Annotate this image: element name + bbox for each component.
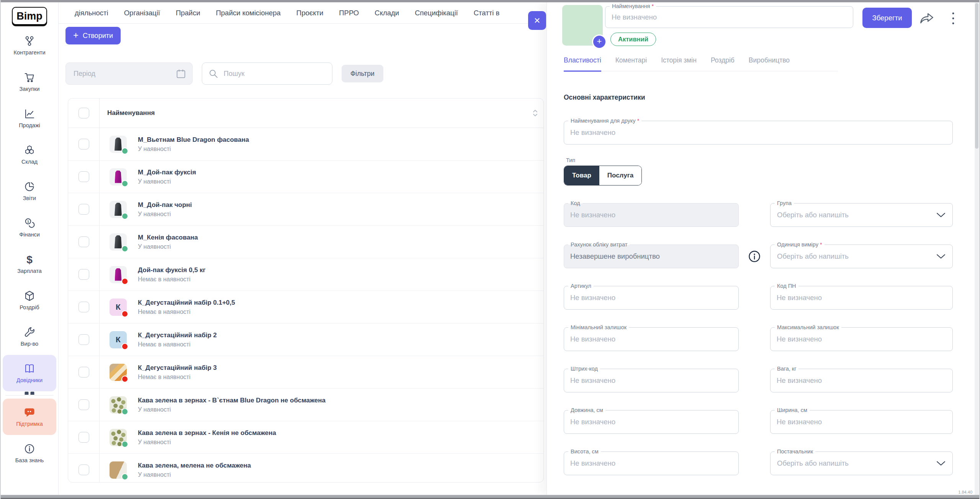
- text-field[interactable]: Максимальний залишок: [770, 327, 953, 351]
- print-name-input[interactable]: [564, 121, 952, 144]
- sidebar-item-pie[interactable]: Звіти: [3, 173, 56, 209]
- sidebar-item-cart[interactable]: Закупки: [3, 64, 56, 100]
- nav-tab-2[interactable]: Прайси: [176, 9, 200, 17]
- chevron-down-icon[interactable]: [936, 213, 946, 218]
- calendar-icon[interactable]: [176, 69, 186, 79]
- add-image-button[interactable]: +: [592, 34, 607, 49]
- field-input[interactable]: [564, 410, 738, 433]
- text-field[interactable]: Висота, см: [564, 451, 739, 475]
- product-name-input[interactable]: [605, 7, 853, 28]
- sidebar-item-chat[interactable]: Підтримка: [3, 399, 56, 435]
- row-content[interactable]: КК_Дегустаційний набір 2Немає в наявност…: [110, 323, 543, 356]
- row-checkbox[interactable]: [79, 465, 89, 475]
- table-row[interactable]: КК_Дегустаційний набір 0.1+0,5Немає в на…: [68, 291, 543, 323]
- field-input[interactable]: [771, 369, 952, 392]
- nav-tab-1[interactable]: Організації: [124, 9, 160, 17]
- row-checkbox[interactable]: [79, 334, 89, 345]
- period-input[interactable]: [73, 69, 176, 78]
- select-field[interactable]: Одиниця виміру *Оберіть або напишіть: [770, 245, 953, 268]
- table-row[interactable]: Кава зелена, мелена не обсмаженаУ наявно…: [68, 454, 543, 483]
- row-checkbox[interactable]: [79, 399, 89, 410]
- field-input[interactable]: [564, 328, 738, 351]
- sidebar-item-dollar[interactable]: $Зарплата: [3, 246, 56, 282]
- text-field[interactable]: Довжина, см: [564, 410, 739, 434]
- select-all-checkbox[interactable]: [79, 108, 89, 118]
- text-field[interactable]: Ширина, см: [770, 410, 953, 434]
- row-content[interactable]: Кава зелена, мелена не обсмаженаУ наявно…: [110, 454, 543, 483]
- text-field[interactable]: Штрих-код: [564, 369, 739, 392]
- row-content[interactable]: М_Дой-пак чорніУ наявності: [110, 193, 543, 225]
- filters-button[interactable]: Фільтри: [342, 65, 383, 82]
- close-panel-button[interactable]: ✕: [528, 11, 546, 30]
- sidebar-item-box[interactable]: Роздріб: [3, 282, 56, 318]
- table-row[interactable]: М_Вьетнам Blue Dragon фасованаУ наявност…: [68, 128, 543, 161]
- row-checkbox[interactable]: [79, 367, 89, 378]
- sidebar-item-info[interactable]: База знань: [3, 435, 56, 471]
- chevron-down-icon[interactable]: [936, 461, 946, 466]
- text-field[interactable]: Код ПН: [770, 286, 953, 310]
- sidebar-item-book[interactable]: Довідники: [3, 355, 56, 391]
- text-field[interactable]: Вага, кг: [770, 369, 953, 392]
- field-input[interactable]: [564, 452, 738, 475]
- row-checkbox[interactable]: [79, 269, 89, 280]
- sidebar-item-cubes[interactable]: Склад: [3, 136, 56, 173]
- print-name-field[interactable]: Найменування для друку *: [564, 121, 953, 144]
- row-content[interactable]: М_Кенія фасованаУ наявності: [110, 226, 543, 258]
- table-row[interactable]: М_Кенія фасованаУ наявності: [68, 226, 543, 258]
- panel-tab-3[interactable]: Роздріб: [711, 56, 735, 72]
- nav-tab-8[interactable]: Статті в: [474, 9, 500, 17]
- row-checkbox[interactable]: [79, 302, 89, 312]
- panel-tab-2[interactable]: Історія змін: [661, 56, 697, 72]
- table-row[interactable]: Кава зелена в зернах - В`єтнам Blue Drag…: [68, 389, 543, 421]
- table-row[interactable]: Кава зелена в зернах - Кенія не обсмажен…: [68, 421, 543, 454]
- share-button[interactable]: [919, 11, 935, 25]
- info-icon[interactable]: [748, 250, 761, 263]
- row-checkbox[interactable]: [79, 236, 89, 247]
- row-checkbox[interactable]: [79, 204, 89, 215]
- nav-tab-7[interactable]: Специфікації: [415, 9, 458, 17]
- table-row[interactable]: М_Дой-пак фуксіяУ наявності: [68, 161, 543, 193]
- panel-tab-4[interactable]: Виробництво: [749, 56, 790, 72]
- sidebar-item-coins[interactable]: 1Фінанси: [3, 209, 56, 246]
- field-input[interactable]: [564, 369, 738, 392]
- search-input[interactable]: [223, 69, 326, 78]
- product-name-field[interactable]: Найменування *: [605, 6, 853, 28]
- row-content[interactable]: Дой-пак фуксія 0,5 кгНемає в наявності: [110, 258, 543, 291]
- table-row[interactable]: К_Дегустаційний набір 3Немає в наявності: [68, 356, 543, 389]
- nav-tab-6[interactable]: Склади: [375, 9, 399, 17]
- table-row[interactable]: КК_Дегустаційний набір 2Немає в наявност…: [68, 323, 543, 356]
- chevron-down-icon[interactable]: [936, 254, 946, 259]
- select-field[interactable]: ПостачальникОберіть або напишіть: [770, 451, 953, 475]
- more-menu-button[interactable]: [947, 10, 959, 27]
- row-content[interactable]: М_Вьетнам Blue Dragon фасованаУ наявност…: [110, 128, 543, 160]
- row-checkbox[interactable]: [79, 171, 89, 182]
- table-row[interactable]: Дой-пак фуксія 0,5 кгНемає в наявності: [68, 258, 543, 291]
- table-row[interactable]: М_Дой-пак чорніУ наявності: [68, 193, 543, 226]
- create-button[interactable]: + Створити: [65, 27, 121, 44]
- panel-tab-1[interactable]: Коментарі: [615, 56, 647, 72]
- row-checkbox[interactable]: [79, 432, 89, 443]
- select-field[interactable]: ГрупаОберіть або напишіть: [770, 203, 953, 227]
- text-field[interactable]: Артикул: [564, 286, 739, 310]
- panel-tab-0[interactable]: Властивості: [564, 56, 601, 72]
- row-content[interactable]: Кава зелена в зернах - Кенія не обсмажен…: [110, 421, 543, 453]
- row-content[interactable]: Кава зелена в зернах - В`єтнам Blue Drag…: [110, 389, 543, 421]
- sidebar-item-wrench[interactable]: Вир-во: [3, 318, 56, 355]
- nav-tab-5[interactable]: ПРРО: [339, 9, 359, 17]
- sidebar-item-chart[interactable]: Продажі: [3, 100, 56, 136]
- field-input[interactable]: [564, 286, 738, 309]
- scrollbar-thumb[interactable]: [975, 3, 978, 149]
- row-checkbox[interactable]: [79, 139, 89, 149]
- nav-tab-3[interactable]: Прайси комісіонера: [216, 9, 281, 17]
- scrollbar[interactable]: [975, 2, 979, 495]
- row-content[interactable]: КК_Дегустаційний набір 0.1+0,5Немає в на…: [110, 291, 543, 323]
- type-option-service[interactable]: Послуга: [599, 166, 641, 185]
- type-option-product[interactable]: Товар: [564, 166, 599, 185]
- field-input[interactable]: [771, 410, 952, 433]
- sidebar-item-contractors[interactable]: Контрагенти: [3, 27, 56, 64]
- sort-icon[interactable]: [532, 109, 538, 117]
- nav-tab-4[interactable]: Проєкти: [296, 9, 323, 17]
- save-button[interactable]: Зберегти: [862, 8, 912, 28]
- text-field[interactable]: Мінімальний залишок: [564, 327, 739, 351]
- field-input[interactable]: [771, 286, 952, 309]
